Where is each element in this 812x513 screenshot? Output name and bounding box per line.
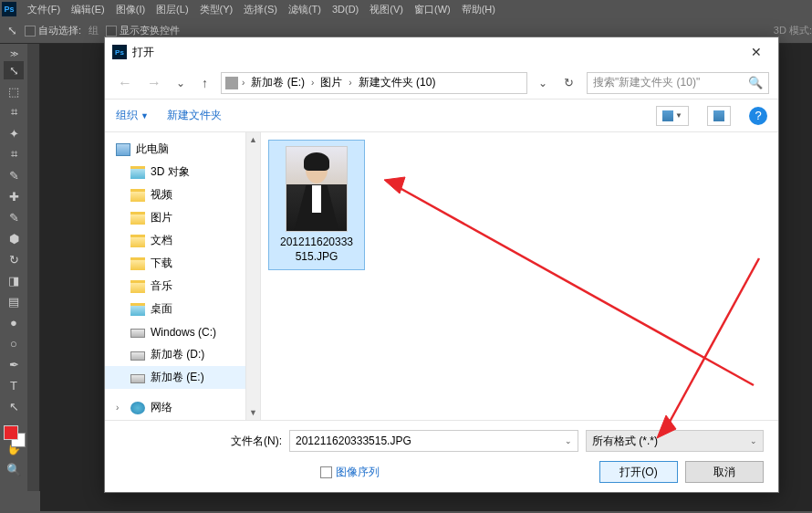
collapse-icon[interactable]: ≫ xyxy=(5,49,22,58)
eraser-tool[interactable]: ◨ xyxy=(4,271,24,289)
crop-tool[interactable]: ⌗ xyxy=(4,145,24,163)
menu-layer[interactable]: 图层(L) xyxy=(151,1,193,18)
breadcrumb[interactable]: › 新加卷 (E:) › 图片 › 新建文件夹 (10) xyxy=(221,72,527,94)
tree-this-pc[interactable]: 此电脑 xyxy=(105,138,245,161)
nav-history-dropdown[interactable]: ⌄ xyxy=(172,77,189,89)
healing-tool[interactable]: ✚ xyxy=(4,187,24,205)
checkbox-icon xyxy=(106,26,117,37)
menu-window[interactable]: 窗口(W) xyxy=(409,1,456,18)
annotation-arrow-icon xyxy=(653,251,772,443)
menu-edit[interactable]: 编辑(E) xyxy=(66,1,110,18)
foreground-color-swatch[interactable] xyxy=(4,425,18,440)
organize-button[interactable]: 组织▼ xyxy=(116,108,149,123)
gradient-tool[interactable]: ▤ xyxy=(4,292,24,310)
stamp-tool[interactable]: ⬢ xyxy=(4,229,24,247)
menu-image[interactable]: 图像(I) xyxy=(110,1,151,18)
dialog-navbar: ← → ⌄ ↑ › 新加卷 (E:) › 图片 › 新建文件夹 (10) ⌄ ↻… xyxy=(105,67,778,99)
dialog-footer: 文件名(N): 201211620333515.JPG ⌄ 所有格式 (*.*)… xyxy=(105,420,778,492)
expand-icon[interactable]: › xyxy=(116,403,125,413)
folder-icon xyxy=(130,189,145,202)
tree-item-videos[interactable]: 视频 xyxy=(105,183,245,206)
tree-item-3d-objects[interactable]: 3D 对象 xyxy=(105,161,245,183)
file-name-label: 201211620333515.JPG xyxy=(280,236,353,264)
tree-item-drive-c[interactable]: Windows (C:) xyxy=(105,320,245,343)
tree-item-downloads[interactable]: 下载 xyxy=(105,252,245,275)
tree-item-drive-e[interactable]: 新加卷 (E:) xyxy=(105,366,245,389)
show-transform-checkbox[interactable]: 显示变换控件 xyxy=(106,24,180,37)
folder-icon xyxy=(130,166,145,179)
folder-icon xyxy=(130,235,145,247)
menu-view[interactable]: 视图(V) xyxy=(364,1,409,18)
menu-3d[interactable]: 3D(D) xyxy=(327,2,364,16)
menu-select[interactable]: 选择(S) xyxy=(238,1,283,18)
format-select[interactable]: 所有格式 (*.*) ⌄ xyxy=(586,430,764,452)
dropdown-icon[interactable]: ⌄ xyxy=(565,436,572,445)
help-button[interactable]: ? xyxy=(749,107,767,125)
scroll-down-icon[interactable]: ▼ xyxy=(246,405,260,420)
marquee-tool[interactable]: ⬚ xyxy=(4,82,24,100)
dodge-tool[interactable]: ○ xyxy=(4,334,24,352)
auto-select-target[interactable]: 组 xyxy=(88,24,99,37)
history-brush-tool[interactable]: ↻ xyxy=(4,250,24,268)
tree-item-music[interactable]: 音乐 xyxy=(105,275,245,298)
eyedropper-tool[interactable]: ✎ xyxy=(4,166,24,184)
menu-file[interactable]: 文件(F) xyxy=(22,1,66,18)
file-thumbnail xyxy=(286,146,348,232)
breadcrumb-item[interactable]: 图片 xyxy=(318,75,345,90)
file-list-area[interactable]: 201211620333515.JPG xyxy=(261,132,778,420)
image-sequence-checkbox[interactable]: 图像序列 xyxy=(320,465,380,480)
brush-tool[interactable]: ✎ xyxy=(4,208,24,226)
panel-strip xyxy=(27,44,40,491)
cancel-button[interactable]: 取消 xyxy=(685,461,764,483)
refresh-button[interactable]: ↻ xyxy=(558,76,579,89)
ps-logo-icon: Ps xyxy=(2,2,16,16)
menu-help[interactable]: 帮助(H) xyxy=(456,1,501,18)
blur-tool[interactable]: ● xyxy=(4,313,24,331)
quick-select-tool[interactable]: ✦ xyxy=(4,124,24,142)
file-item-selected[interactable]: 201211620333515.JPG xyxy=(268,140,365,270)
nav-back-button[interactable]: ← xyxy=(114,75,136,91)
tree-item-desktop[interactable]: 桌面 xyxy=(105,298,245,320)
dialog-titlebar: Ps 打开 ✕ xyxy=(105,37,778,67)
format-value: 所有格式 (*.*) xyxy=(592,434,658,449)
drive-icon xyxy=(225,77,238,89)
scroll-up-icon[interactable]: ▲ xyxy=(246,132,260,147)
show-transform-label: 显示变换控件 xyxy=(120,24,180,37)
search-input[interactable]: 搜索"新建文件夹 (10)" xyxy=(593,75,748,90)
search-box[interactable]: 搜索"新建文件夹 (10)" 🔍 xyxy=(587,72,769,94)
nav-forward-button[interactable]: → xyxy=(143,75,165,91)
filename-input[interactable]: 201211620333515.JPG ⌄ xyxy=(289,430,578,452)
breadcrumb-item[interactable]: 新建文件夹 (10) xyxy=(356,75,439,90)
breadcrumb-item[interactable]: 新加卷 (E:) xyxy=(248,75,307,90)
preview-pane-button[interactable] xyxy=(707,106,731,126)
tree-item-drive-d[interactable]: 新加卷 (D:) xyxy=(105,343,245,366)
view-mode-button[interactable]: ▼ xyxy=(656,106,689,126)
zoom-tool[interactable]: 🔍 xyxy=(4,460,24,478)
search-icon[interactable]: 🔍 xyxy=(748,76,763,89)
new-folder-button[interactable]: 新建文件夹 xyxy=(167,108,222,123)
dialog-body: 此电脑 3D 对象 视频 图片 文档 下载 音乐 桌面 Windows (C:)… xyxy=(105,132,778,420)
type-tool[interactable]: T xyxy=(4,376,24,394)
folder-tree: 此电脑 3D 对象 视频 图片 文档 下载 音乐 桌面 Windows (C:)… xyxy=(105,132,246,420)
lasso-tool[interactable]: ⌗ xyxy=(4,103,24,121)
auto-select-checkbox[interactable]: 自动选择: xyxy=(25,24,81,37)
move-tool[interactable]: ⤡ xyxy=(4,61,24,79)
chevron-right-icon: › xyxy=(347,78,353,88)
image-sequence-label: 图像序列 xyxy=(336,465,380,480)
ps-icon: Ps xyxy=(112,45,127,59)
pen-tool[interactable]: ✒ xyxy=(4,355,24,373)
tree-item-documents[interactable]: 文档 xyxy=(105,229,245,252)
open-button[interactable]: 打开(O) xyxy=(599,461,678,483)
dropdown-icon[interactable]: ⌄ xyxy=(750,436,757,445)
tree-network[interactable]: ›网络 xyxy=(105,396,245,419)
path-tool[interactable]: ↖ xyxy=(4,397,24,415)
menu-filter[interactable]: 滤镜(T) xyxy=(283,1,327,18)
menu-type[interactable]: 类型(Y) xyxy=(194,1,239,18)
nav-up-button[interactable]: ↑ xyxy=(196,76,213,90)
breadcrumb-dropdown[interactable]: ⌄ xyxy=(535,77,551,89)
close-button[interactable]: ✕ xyxy=(738,39,775,65)
preview-icon xyxy=(713,110,724,121)
tree-scrollbar[interactable]: ▲ ▼ xyxy=(246,132,261,420)
svg-marker-1 xyxy=(384,177,405,194)
tree-item-pictures[interactable]: 图片 xyxy=(105,206,245,229)
